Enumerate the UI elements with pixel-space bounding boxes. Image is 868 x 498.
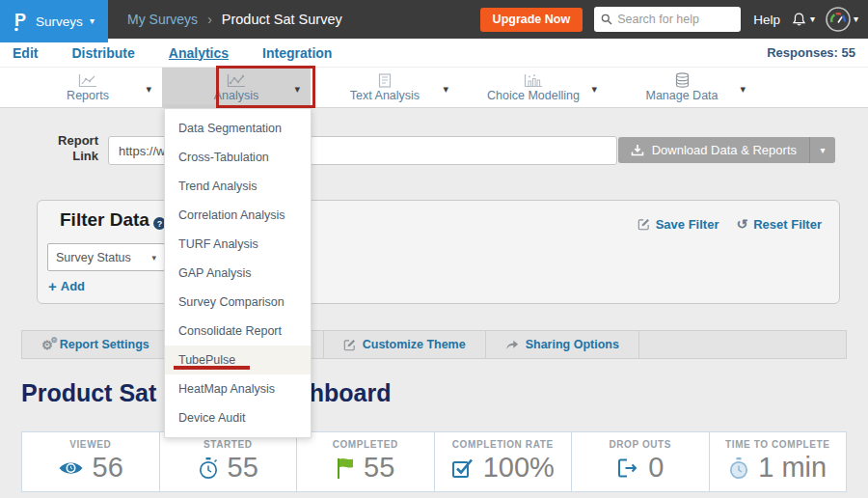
report-tabstrip: ⚙⚙ Report Settings Customize Theme Shari… — [21, 330, 847, 359]
exit-icon — [616, 457, 639, 479]
stat-viewed-value: 56 — [93, 452, 123, 484]
toolbar-choice-modelling[interactable]: Choice Modelling ▾ — [459, 68, 608, 107]
stat-drop-outs: DROP OUTS 0 — [572, 432, 710, 491]
filter-data-title: Filter Data — [60, 209, 149, 231]
stat-drop-outs-label: DROP OUTS — [609, 439, 671, 450]
tab-sharing-options[interactable]: Sharing Options — [486, 331, 639, 358]
toolbar-reports-label: Reports — [67, 89, 109, 102]
stat-time-to-complete-label: TIME TO COMPLETE — [725, 439, 829, 450]
stat-completed-value: 55 — [364, 452, 394, 484]
stat-started: STARTED 55 — [160, 432, 298, 491]
avatar-gauge-icon — [826, 7, 851, 32]
responses-count: Responses: 55 — [767, 45, 855, 60]
add-filter-button[interactable]: + Add — [48, 278, 85, 294]
breadcrumb: My Surveys › Product Sat Survey — [127, 12, 342, 27]
trend-chart-icon — [227, 73, 246, 88]
nav-distribute[interactable]: Distribute — [71, 45, 134, 61]
menu-item-trend-analysis[interactable]: Trend Analysis — [165, 172, 311, 201]
eye-icon — [58, 459, 84, 477]
menu-item-device-audit[interactable]: Device Audit — [165, 403, 311, 432]
download-options-caret[interactable]: ▾ — [809, 137, 835, 163]
flag-icon — [336, 456, 355, 480]
upgrade-now-button[interactable]: Upgrade Now — [480, 8, 583, 32]
product-switcher[interactable]: P Surveys ▾ — [0, 0, 108, 42]
download-icon — [631, 144, 644, 156]
chevron-down-icon: ▾ — [810, 14, 815, 24]
checkbox-icon — [451, 457, 475, 479]
nav-edit[interactable]: Edit — [13, 45, 38, 61]
dashboard-content: Report Link Download Data & Reports ▾ Fi… — [0, 108, 868, 498]
stat-time-to-complete-value: 1 min — [758, 452, 827, 484]
reset-icon: ↺ — [736, 216, 747, 232]
save-filter-button[interactable]: Save Filter — [637, 217, 719, 232]
menu-item-survey-comparison[interactable]: Survey Comparison — [165, 288, 311, 317]
tab-report-settings[interactable]: ⚙⚙ Report Settings — [22, 331, 170, 358]
breadcrumb-my-surveys[interactable]: My Surveys — [127, 12, 198, 27]
gears-icon: ⚙⚙ — [41, 338, 53, 352]
stat-completed-label: COMPLETED — [333, 439, 398, 450]
survey-status-select[interactable]: Survey Status ▾ — [47, 243, 165, 271]
document-icon — [377, 73, 393, 88]
menu-item-data-segmentation[interactable]: Data Segmentation — [165, 114, 311, 143]
toolbar-reports[interactable]: Reports ▾ — [14, 68, 162, 107]
stat-started-label: STARTED — [203, 439, 253, 450]
download-data-reports-button[interactable]: Download Data & Reports ▾ — [618, 137, 835, 163]
tab-customize-theme[interactable]: Customize Theme — [324, 331, 486, 358]
share-arrow-icon — [505, 339, 519, 350]
stat-started-value: 55 — [228, 452, 258, 484]
stat-completion-rate-label: COMPLETION RATE — [452, 439, 554, 450]
add-filter-label: Add — [61, 279, 85, 293]
survey-status-value: Survey Status — [56, 251, 131, 264]
menu-item-turf-analysis[interactable]: TURF Analysis — [165, 230, 311, 259]
analytics-toolbar: Reports ▾ Analysis ▾ — [0, 68, 868, 108]
search-icon — [601, 14, 612, 25]
filter-panel: Filter Data ? Save Filter ↺ Reset Filter… — [37, 200, 840, 304]
reset-filter-button[interactable]: ↺ Reset Filter — [736, 216, 822, 232]
chevron-down-icon: ▾ — [854, 14, 858, 24]
menu-item-heatmap-analysis[interactable]: HeatMap Analysis — [165, 374, 311, 403]
stat-time-to-complete: TIME TO COMPLETE 1 min — [710, 432, 847, 491]
chevron-down-icon[interactable]: ▾ — [591, 83, 597, 96]
menu-item-tubepulse[interactable]: TubePulse — [165, 346, 311, 374]
toolbar-manage-data[interactable]: Manage Data ▾ — [608, 68, 756, 107]
menu-item-correlation-analysis[interactable]: Correlation Analysis — [165, 201, 311, 230]
toolbar-choice-modelling-label: Choice Modelling — [487, 89, 580, 102]
chevron-down-icon[interactable]: ▾ — [740, 83, 746, 96]
account-menu-button[interactable]: ▾ — [826, 7, 858, 32]
breadcrumb-current: Product Sat Survey — [222, 12, 342, 27]
toolbar-text-analysis-label: Text Analysis — [350, 89, 420, 102]
chevron-down-icon[interactable]: ▾ — [146, 83, 151, 96]
analysis-dropdown-menu: Data Segmentation Cross-Tabulation Trend… — [164, 108, 312, 438]
menu-item-consolidate-report[interactable]: Consolidate Report — [165, 317, 311, 346]
menu-item-gap-analysis[interactable]: GAP Analysis — [165, 259, 311, 288]
svg-text:P: P — [14, 11, 26, 30]
chevron-down-icon[interactable]: ▾ — [294, 83, 300, 96]
help-search-input[interactable] — [617, 13, 731, 26]
toolbar-analysis-label: Analysis — [214, 89, 259, 102]
timer-icon — [728, 456, 749, 480]
edit-icon — [343, 339, 356, 351]
topbar: My Surveys › Product Sat Survey Upgrade … — [0, 0, 868, 39]
nav-analytics[interactable]: Analytics — [169, 45, 229, 61]
download-button-label: Download Data & Reports — [652, 143, 797, 157]
help-link[interactable]: Help — [753, 13, 780, 27]
save-filter-label: Save Filter — [656, 217, 719, 232]
topbar-actions: Upgrade Now Help ▾ — [480, 7, 868, 32]
nav-integration[interactable]: Integration — [262, 45, 332, 61]
stat-completed: COMPLETED 55 — [297, 432, 435, 491]
report-link-label: Report Link — [50, 133, 98, 165]
edit-icon — [637, 218, 650, 231]
chevron-down-icon[interactable]: ▾ — [443, 83, 448, 96]
menu-item-cross-tabulation[interactable]: Cross-Tabulation — [165, 143, 311, 172]
toolbar-analysis[interactable]: Analysis ▾ — [162, 68, 311, 107]
stat-viewed-label: VIEWED — [69, 439, 111, 450]
stopwatch-icon — [198, 456, 219, 480]
bell-icon — [791, 12, 807, 28]
toolbar-text-analysis[interactable]: Text Analysis ▾ — [311, 68, 459, 107]
questionpro-logo-icon: P — [14, 11, 29, 32]
tab-report-settings-label: Report Settings — [60, 338, 149, 351]
notifications-button[interactable]: ▾ — [791, 12, 815, 28]
help-search[interactable] — [594, 7, 741, 32]
stat-completion-rate-value: 100% — [483, 452, 555, 484]
plus-icon: + — [48, 278, 57, 294]
